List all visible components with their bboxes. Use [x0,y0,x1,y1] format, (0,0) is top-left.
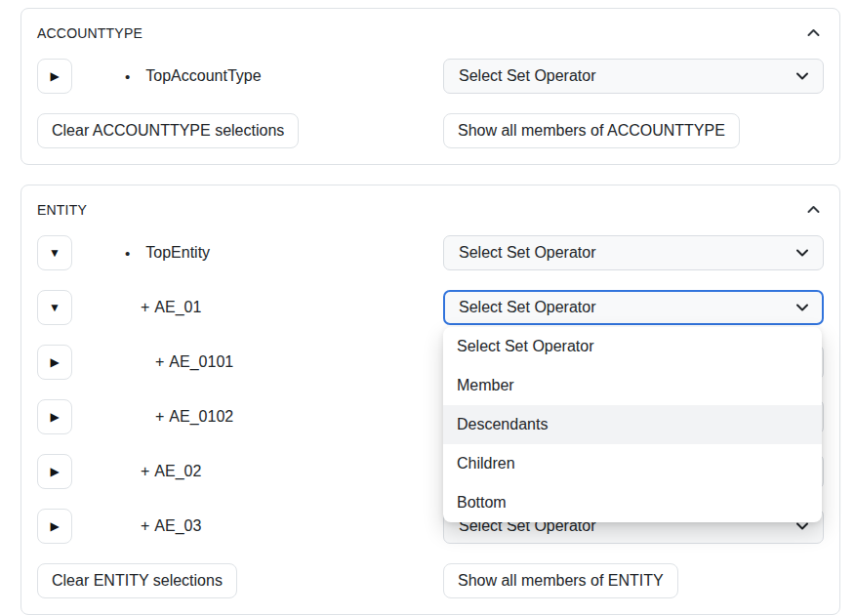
panel-title: ACCOUNTTYPE [37,25,142,41]
select-wrap: Select Set Operator [443,235,824,270]
plus-prefix: + [155,408,164,426]
actions-right-slot: Show all members of ACCOUNTTYPE [443,113,740,148]
chevron-down-icon [795,304,809,312]
set-operator-dropdown-menu: Select Set Operator Member Descendants C… [443,327,822,522]
panel-actions: Clear ENTITY selections Show all members… [37,563,824,598]
tree-row-topaccounttype: ▶ • TopAccountType Select Set Operator [37,59,824,94]
plus-prefix: + [141,463,149,480]
menu-item-descendants[interactable]: Descendants [443,405,822,444]
triangle-down-icon: ▼ [49,302,61,313]
triangle-right-icon: ▶ [50,520,59,532]
member-label: AE_02 [154,463,201,480]
triangle-right-icon: ▶ [50,70,59,82]
panel-actions: Clear ACCOUNTTYPE selections Show all me… [37,113,824,148]
set-operator-select[interactable]: Select Set Operator [443,59,824,94]
select-value: Select Set Operator [459,244,596,262]
page: ACCOUNTTYPE ▶ • TopAccountType Select Se… [0,0,855,615]
select-value: Select Set Operator [459,299,596,316]
actions-right-slot: Show all members of ENTITY [443,563,678,598]
menu-item-select-set-operator[interactable]: Select Set Operator [443,327,822,366]
member-label-wrap: + AE_02 [72,463,443,480]
select-value: Select Set Operator [459,67,596,85]
plus-prefix: + [141,299,149,316]
menu-item-children[interactable]: Children [443,444,822,483]
bullet-prefix: • [125,245,130,262]
chevron-up-icon [807,25,820,40]
clear-selections-button[interactable]: Clear ENTITY selections [37,563,237,598]
tree-row-ae-01: ▼ + AE_01 Select Set Operator Select Set… [37,290,824,325]
triangle-right-icon: ▶ [50,466,59,477]
panel-title: ENTITY [37,202,87,218]
clear-selections-button[interactable]: Clear ACCOUNTTYPE selections [37,113,299,148]
member-label: AE_01 [154,299,201,316]
member-label-wrap: + AE_03 [72,517,443,535]
expand-button[interactable]: ▶ [37,399,72,434]
member-label: TopAccountType [145,67,261,85]
chevron-down-icon [795,522,809,531]
bullet-prefix: • [125,68,130,85]
panel-entity-header: ENTITY [37,200,824,219]
expand-button[interactable]: ▶ [37,345,72,380]
triangle-down-icon: ▼ [49,247,61,259]
expand-button[interactable]: ▶ [37,509,72,544]
menu-item-bottom[interactable]: Bottom [443,483,822,522]
show-all-members-button[interactable]: Show all members of ENTITY [443,563,678,598]
select-wrap: Select Set Operator [443,59,824,94]
panel-entity: ENTITY ▼ • TopEntity Select Set Operator [20,185,840,615]
menu-item-member[interactable]: Member [443,366,822,405]
member-label: AE_0101 [169,353,233,371]
tree-row-topentity: ▼ • TopEntity Select Set Operator [37,235,824,270]
member-label: AE_0102 [169,408,233,426]
chevron-up-icon [807,202,820,217]
chevron-down-icon [795,249,809,258]
triangle-right-icon: ▶ [50,411,59,423]
select-wrap: Select Set Operator Select Set Operator … [443,290,824,325]
member-label: AE_03 [154,517,201,535]
panel-accounttype: ACCOUNTTYPE ▶ • TopAccountType Select Se… [20,8,840,165]
collapse-panel-button[interactable] [803,200,824,219]
set-operator-select[interactable]: Select Set Operator [443,235,824,270]
plus-prefix: + [155,353,164,371]
show-all-members-button[interactable]: Show all members of ACCOUNTTYPE [443,113,740,148]
expand-button[interactable]: ▶ [37,59,72,94]
triangle-right-icon: ▶ [50,356,59,368]
plus-prefix: + [141,517,149,535]
actions-left-slot: Clear ACCOUNTTYPE selections [37,113,443,148]
member-label-wrap: • TopAccountType [72,67,443,85]
expand-button[interactable]: ▶ [37,454,72,489]
set-operator-select-focused[interactable]: Select Set Operator [443,290,824,325]
member-label: TopEntity [145,244,210,262]
member-label-wrap: + AE_0102 [72,408,443,426]
collapse-button[interactable]: ▼ [37,290,72,325]
collapse-button[interactable]: ▼ [37,235,72,270]
chevron-down-icon [795,72,809,81]
member-label-wrap: + AE_01 [72,299,443,316]
member-label-wrap: • TopEntity [72,244,443,262]
actions-left-slot: Clear ENTITY selections [37,563,443,598]
collapse-panel-button[interactable] [803,23,824,42]
panel-accounttype-header: ACCOUNTTYPE [37,23,824,42]
member-label-wrap: + AE_0101 [72,353,443,371]
